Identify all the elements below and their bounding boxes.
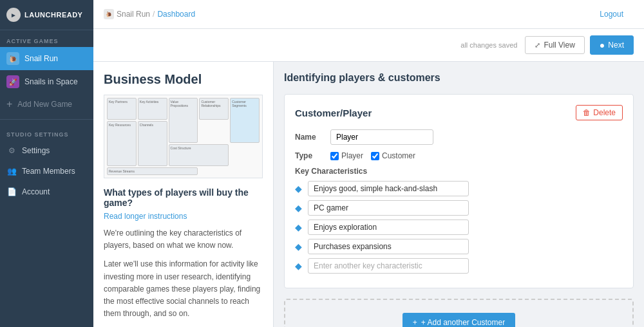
breadcrumb-dashboard-link[interactable]: Dashboard (157, 10, 195, 19)
delete-button[interactable]: 🗑 Delete (576, 105, 623, 120)
characteristic-item: ◆ (295, 239, 623, 254)
left-description-1: We're outlining the key characteristics … (104, 227, 263, 252)
right-panel: Identifying players & customers Customer… (274, 62, 644, 327)
sidebar: ► LAUNCHREADY ACTIVE GAMES 🐌 Snail Run 🚀… (0, 0, 93, 327)
top-full-view-label: Full View (544, 41, 574, 50)
characteristic-item: ◆ (295, 181, 623, 196)
bm-cell: Value Propositions (169, 98, 198, 143)
expand-icon: ⤢ (535, 41, 540, 50)
sidebar-item-settings[interactable]: ⚙ Settings (0, 140, 93, 161)
studio-settings-label: STUDIO SETTINGS (0, 124, 93, 140)
top-full-view-button[interactable]: ⤢ Full View (525, 36, 584, 54)
customer-checkbox-label[interactable]: Customer (371, 151, 415, 160)
gear-icon: ⚙ (6, 145, 17, 156)
add-customer-area: + + Add another Customer (284, 299, 634, 327)
sidebar-item-snails-in-space[interactable]: 🚀 Snails in Space (0, 70, 93, 93)
characteristic-input-1[interactable] (308, 200, 469, 216)
bm-cell: Key Resources (107, 121, 137, 166)
account-icon: 📄 (6, 187, 17, 197)
sidebar-item-account[interactable]: 📄 Account (0, 182, 93, 202)
player-checkbox[interactable] (330, 152, 339, 160)
bm-cell: Customer Relationships (199, 98, 229, 120)
customer-card: Customer/Player 🗑 Delete Name Type (284, 94, 634, 288)
type-field: Type Player Customer (295, 151, 623, 160)
customer-checkbox[interactable] (371, 152, 379, 160)
trash-icon: 🗑 (583, 108, 591, 117)
top-next-button[interactable]: ● Next (590, 35, 634, 55)
account-label: Account (22, 187, 50, 196)
delete-label: Delete (593, 108, 616, 117)
business-model-preview: Key Partners Key Activities Value Propos… (104, 95, 263, 178)
plus-icon: + (6, 98, 12, 110)
bm-cell: Key Activities (138, 98, 167, 120)
logout-button[interactable]: Logout (589, 5, 634, 23)
snail-run-label: Snail Run (24, 54, 58, 63)
add-customer-icon: + (413, 318, 417, 327)
page-title: Business Model (104, 72, 263, 87)
characteristic-input-3[interactable] (308, 239, 469, 254)
breadcrumb-game-icon: 🐌 (104, 9, 114, 19)
add-customer-label: + Add another Customer (421, 318, 505, 327)
breadcrumb-snail-run: Snail Run (117, 10, 150, 19)
player-checkbox-label[interactable]: Player (330, 151, 363, 160)
snail-run-icon: 🐌 (6, 52, 19, 65)
char-bullet-icon: ◆ (295, 261, 304, 271)
characteristic-input-2[interactable] (308, 220, 469, 235)
logo-icon: ► (6, 8, 21, 22)
content-area: Business Model Key Partners Key Activiti… (93, 62, 644, 327)
top-actions-bar: all changes saved ⤢ Full View ● Next (93, 29, 644, 62)
add-new-game-item[interactable]: + Add New Game (0, 93, 93, 115)
team-members-label: Team Members (22, 167, 75, 176)
active-games-label: ACTIVE GAMES (0, 30, 93, 47)
characteristic-input-4[interactable] (308, 258, 469, 274)
bm-cell: Key Partners (107, 98, 137, 120)
char-bullet-icon: ◆ (295, 203, 304, 213)
name-input[interactable] (330, 129, 433, 145)
bm-cell: Revenue Streams (107, 167, 198, 175)
main-content: 🐌 Snail Run / Dashboard Logout all chang… (93, 0, 644, 327)
key-chars-label: Key Characteristics (295, 167, 623, 176)
logo-text: LAUNCHREADY (24, 11, 82, 19)
type-label: Type (295, 151, 324, 160)
type-checkboxes: Player Customer (330, 151, 415, 160)
player-checkbox-text: Player (341, 151, 363, 160)
read-longer-link[interactable]: Read longer instructions (104, 212, 263, 221)
char-bullet-icon: ◆ (295, 222, 304, 232)
section-title: Identifying players & customers (284, 72, 634, 84)
sidebar-item-snail-run[interactable]: 🐌 Snail Run (0, 47, 93, 70)
char-bullet-icon: ◆ (295, 241, 304, 252)
sidebar-divider (0, 119, 93, 120)
add-game-label: Add New Game (17, 100, 72, 109)
saved-status: all changes saved (460, 41, 517, 49)
characteristic-item: ◆ (295, 200, 623, 216)
characteristic-input-0[interactable] (308, 181, 469, 196)
name-label: Name (295, 133, 324, 142)
bm-cell: Customer Segments (230, 98, 260, 143)
add-customer-button[interactable]: + + Add another Customer (402, 313, 515, 327)
char-bullet-icon: ◆ (295, 183, 304, 194)
breadcrumb-separator: / (153, 10, 155, 19)
snails-in-space-label: Snails in Space (24, 77, 78, 86)
card-title: Customer/Player (295, 107, 372, 118)
customer-checkbox-text: Customer (382, 151, 415, 160)
breadcrumb: 🐌 Snail Run / Dashboard (104, 9, 195, 19)
team-icon: 👥 (6, 166, 17, 176)
snails-in-space-icon: 🚀 (6, 75, 19, 88)
characteristics-list: ◆◆◆◆◆ (295, 181, 623, 274)
left-question: What types of players will buy the game? (104, 187, 263, 208)
bm-cell: Channels (138, 121, 167, 166)
name-field: Name (295, 129, 623, 145)
topbar: 🐌 Snail Run / Dashboard Logout (93, 0, 644, 29)
settings-label: Settings (22, 146, 50, 155)
characteristic-item: ◆ (295, 220, 623, 235)
top-next-circle-icon: ● (600, 40, 605, 50)
left-description-2: Later we'll use this information for act… (104, 258, 263, 320)
bm-cell: Cost Structure (169, 144, 229, 166)
logo-area: ► LAUNCHREADY (0, 0, 93, 30)
left-panel: Business Model Key Partners Key Activiti… (93, 62, 274, 327)
characteristic-item: ◆ (295, 258, 623, 274)
card-header: Customer/Player 🗑 Delete (295, 105, 623, 120)
sidebar-item-team-members[interactable]: 👥 Team Members (0, 161, 93, 182)
top-next-label: Next (608, 41, 624, 50)
